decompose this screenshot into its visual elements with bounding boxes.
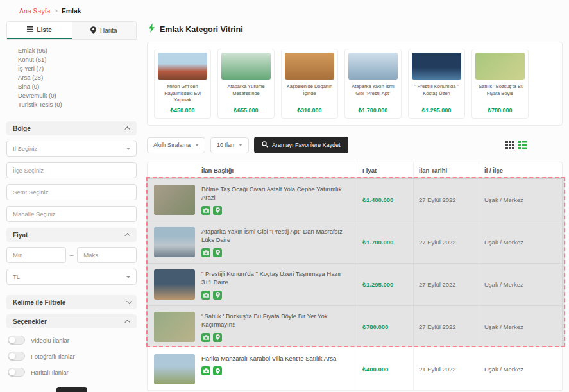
tab-harita[interactable]: Harita [72, 22, 137, 39]
filter-sidebar: Liste Harita Emlak (96) Konut (61) İş Ye… [6, 21, 137, 392]
table-row[interactable]: " Prestijli Konum'da " Koçtaş Üzeri Taşı… [148, 264, 562, 306]
listing-info: ' Satılık ' Bozkuş'ta Bu Fiyata Böyle Bi… [201, 312, 352, 342]
listing-cell: ' Satılık ' Bozkuş'ta Bu Fiyata Böyle Bi… [148, 306, 357, 348]
showcase-card[interactable]: ' Satılık ' Bozkuş'ta Bu Fiyata Böyle ₺7… [471, 49, 529, 119]
showcase-card[interactable]: Ataparka Yürüme Mesafesinde ₺655.000 [217, 49, 275, 119]
il-select-value: İl Seçiniz [13, 145, 37, 152]
listing-info: Ataparka Yakın İsmi Gibi "Prestij Apt" D… [201, 227, 352, 257]
videolu-toggle-label: Videolu İlanlar [31, 337, 69, 344]
listing-date: 27 Eylül 2022 [413, 179, 479, 221]
table-row[interactable]: Ataparka Yakın İsmi Gibi "Prestij Apt" D… [148, 221, 562, 264]
category-item[interactable]: Arsa (28) [9, 72, 134, 81]
view-switcher [505, 141, 527, 149]
category-item[interactable]: Turistik Tesis (0) [9, 99, 134, 108]
category-item[interactable]: Konut (61) [9, 55, 134, 64]
listing-info: Harika Manzaralı Karabol Villa Kent'te S… [201, 354, 336, 384]
section-fiyat-label: Fiyat [13, 232, 28, 239]
lightning-icon [148, 23, 155, 35]
section-kelime[interactable]: Kelime ile Filtrele [6, 295, 137, 309]
caret-down-icon [239, 144, 242, 146]
listing-title: Ataparka Yakın İsmi Gibi "Prestij Apt" [348, 83, 398, 104]
table-row[interactable]: Harika Manzaralı Karabol Villa Kent'te S… [148, 348, 562, 391]
map-badge[interactable] [213, 248, 222, 257]
listing-price: ₺310.000 [285, 107, 334, 114]
listing-thumbnail [154, 185, 195, 215]
breadcrumb-current: Emlak [62, 7, 81, 15]
listing-badges [201, 333, 352, 342]
map-badge[interactable] [213, 366, 222, 375]
section-bolge[interactable]: Bölge [6, 121, 137, 135]
fotografli-toggle[interactable] [8, 352, 25, 361]
chevron-up-icon [124, 126, 130, 132]
listing-photo [221, 53, 271, 80]
listing-price: ₺1.295.000 [357, 264, 413, 305]
main-content: Emlak Kategori Vitrini Milton Gm'den Hay… [147, 21, 563, 391]
photo-badge[interactable] [201, 333, 210, 342]
listing-price: ₺780.000 [475, 107, 525, 114]
save-search-button[interactable]: Aramayı Favorilere Kaydet [254, 137, 348, 153]
mahalle-input[interactable] [6, 206, 137, 222]
semt-input[interactable] [6, 184, 137, 200]
listing-title: Milton Gm'den Hayalinizdeki Evi Yapmak [158, 83, 207, 104]
showcase-card[interactable]: Ataparka Yakın İsmi Gibi "Prestij Apt" ₺… [344, 49, 402, 119]
listing-thumbnail [154, 354, 195, 384]
listing-title[interactable]: " Prestijli Konum'da " Koçtaş Üzeri Taşı… [201, 269, 352, 287]
videolu-toggle[interactable] [8, 336, 25, 345]
header-title: İlan Başlığı [148, 162, 357, 178]
tab-liste[interactable]: Liste [7, 22, 72, 39]
category-item[interactable]: Emlak (96) [9, 46, 134, 55]
toggle-row-videolu: Videolu İlanlar [8, 336, 135, 345]
ilce-input[interactable] [6, 162, 137, 178]
listing-photo [158, 53, 207, 80]
section-secenekler[interactable]: Seçenekler [6, 314, 137, 328]
listing-title[interactable]: Harika Manzaralı Karabol Villa Kent'te S… [201, 354, 336, 362]
listing-price: ₺1.295.000 [412, 107, 461, 114]
showcase-card[interactable]: Milton Gm'den Hayalinizdeki Evi Yapmak ₺… [154, 49, 211, 119]
breadcrumb-home-link[interactable]: Ana Sayfa [19, 7, 50, 15]
showcase-card[interactable]: Kaşbelen'de Doğanın İçinde ₺310.000 [281, 49, 338, 119]
photo-badge[interactable] [201, 291, 210, 300]
map-badge[interactable] [213, 206, 222, 215]
map-pin-icon [90, 26, 96, 35]
list-view-icon[interactable] [518, 141, 527, 149]
listing-location: Uşak / Merkez [479, 348, 562, 390]
listing-date: 27 Eylül 2022 [413, 221, 479, 263]
price-range-row: – [6, 247, 137, 263]
sort-select[interactable]: Akıllı Sıralama [147, 137, 205, 153]
currency-select[interactable]: TL [6, 269, 137, 285]
photo-badge[interactable] [201, 248, 210, 257]
listing-date: 21 Eylül 2022 [413, 348, 479, 390]
listing-title[interactable]: Bölme Taş Ocağı Civarı Asfalt Yola Cephe… [201, 185, 352, 202]
listing-cell: " Prestijli Konum'da " Koçtaş Üzeri Taşı… [148, 264, 357, 305]
toggle-row-haritali: Haritalı İlanlar [8, 368, 135, 377]
photo-badge[interactable] [201, 206, 210, 215]
listing-title[interactable]: Ataparka Yakın İsmi Gibi "Prestij Apt" D… [201, 227, 352, 244]
showcase-card[interactable]: " Prestijli Konum'da " Koçtaş Üzeri ₺1.2… [408, 49, 465, 119]
section-secenekler-label: Seçenekler [13, 318, 47, 325]
category-item[interactable]: İş Yeri (7) [9, 64, 134, 72]
listing-badges [201, 248, 352, 257]
listing-title[interactable]: ' Satılık ' Bozkuş'ta Bu Fiyata Böyle Bi… [201, 312, 352, 329]
table-row[interactable]: Bölme Taş Ocağı Civarı Asfalt Yola Cephe… [148, 179, 562, 221]
section-fiyat[interactable]: Fiyat [6, 228, 137, 242]
il-select[interactable]: İl Seçiniz [6, 141, 137, 157]
map-badge[interactable] [213, 333, 222, 342]
price-min-input[interactable] [6, 247, 66, 263]
caret-down-icon [195, 144, 199, 146]
listing-price: ₺1.400.000 [357, 179, 413, 221]
map-badge[interactable] [213, 291, 222, 300]
price-max-input[interactable] [77, 247, 137, 263]
search-button[interactable]: Ara [56, 387, 87, 392]
currency-select-value: TL [13, 273, 20, 280]
showcase-header: Emlak Kategori Vitrini [148, 23, 563, 35]
category-item[interactable]: Bina (0) [9, 81, 134, 90]
table-row[interactable]: ' Satılık ' Bozkuş'ta Bu Fiyata Böyle Bi… [148, 306, 562, 348]
listing-cell: Bölme Taş Ocağı Civarı Asfalt Yola Cephe… [148, 179, 357, 221]
list-icon [27, 26, 33, 33]
per-page-select[interactable]: 10 İlan [210, 137, 249, 153]
grid-view-icon[interactable] [505, 141, 514, 149]
photo-badge[interactable] [201, 366, 210, 375]
haritali-toggle[interactable] [8, 368, 25, 377]
listing-photo [285, 53, 334, 80]
category-item[interactable]: Devremülk (0) [9, 90, 134, 99]
